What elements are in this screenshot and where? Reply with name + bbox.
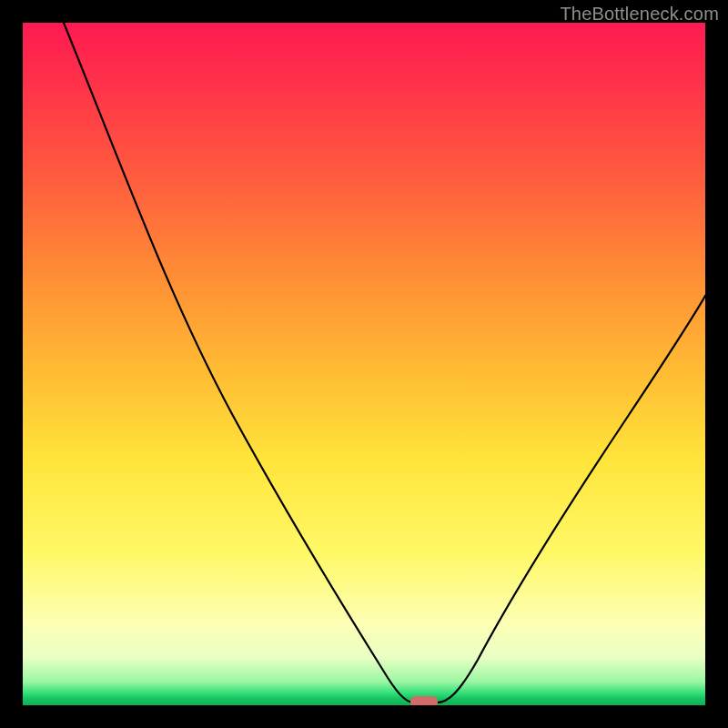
plot-area (23, 23, 705, 705)
bottleneck-curve (64, 23, 705, 703)
watermark-text: TheBottleneck.com (560, 4, 719, 25)
optimal-point-marker (410, 696, 438, 705)
chart-stage: TheBottleneck.com (0, 0, 728, 728)
curve-layer (23, 23, 705, 705)
